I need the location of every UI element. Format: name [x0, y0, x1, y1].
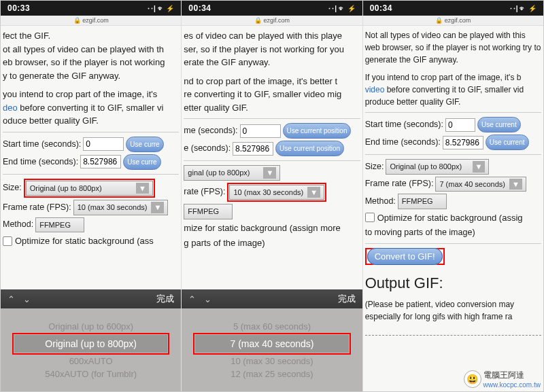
end-time-input[interactable] — [233, 142, 273, 156]
use-current-position-button[interactable]: Use current position — [275, 141, 344, 156]
picker-done-button[interactable]: 完成 — [338, 293, 356, 305]
fps-select[interactable]: 7 (max 40 seconds)▼ — [435, 177, 526, 192]
picker-down-icon[interactable]: ⌄ — [204, 294, 211, 304]
optimize-checkbox[interactable] — [365, 213, 375, 222]
body-text: es of video can be played with this play… — [184, 29, 360, 69]
video-link[interactable]: deo — [3, 103, 18, 113]
fps-label: Frame rate (FPS): — [3, 201, 71, 214]
end-time-input[interactable] — [80, 155, 121, 168]
optimize-label: Optimize for static background (assig — [377, 211, 523, 225]
use-current-position-button[interactable]: Use curre — [126, 137, 163, 152]
chevron-down-icon: ▼ — [263, 167, 276, 179]
watermark-icon: 😃 — [464, 370, 481, 388]
ios-picker: ⌃⌄ 完成 Original (up to 600px) Original (u… — [1, 289, 181, 391]
phone-panel-1: 00:33 ⋅⋅| ᯤ ⚡ 🔒 ezgif.com fect the GIF. … — [1, 1, 182, 391]
url-bar[interactable]: 🔒 ezgif.com — [1, 16, 181, 26]
picker-wheel[interactable]: Original (up to 600px) Original (up to 8… — [1, 308, 181, 391]
method-label: Method: — [365, 195, 396, 208]
picker-wheel[interactable]: 5 (max 60 seconds) 7 (max 40 seconds) 10… — [182, 308, 362, 391]
status-bar: 00:34 ⋅⋅| ᯤ ⚡ — [363, 1, 543, 16]
fps-select[interactable]: 10 (max 30 seconds)▼ — [73, 200, 169, 215]
end-time-label: e (seconds): — [184, 142, 231, 155]
status-time: 00:34 — [370, 3, 392, 13]
method-label: Method: — [3, 218, 33, 231]
body-text-2: you intend to crop part of the image, it… — [3, 88, 179, 128]
chevron-down-icon: ▼ — [151, 202, 164, 213]
url-bar[interactable]: 🔒 ezgif.com — [363, 16, 543, 26]
status-icons: ⋅⋅| ᯤ ⚡ — [509, 5, 537, 12]
body-text-2: If you intend to crop part of the image,… — [365, 71, 541, 108]
picker-up-icon[interactable]: ⌃ — [7, 294, 15, 304]
start-time-label: me (seconds): — [184, 124, 237, 137]
use-current-button[interactable]: Use current — [486, 135, 529, 150]
optimize-label-2: to moving parts of the image) — [365, 226, 541, 239]
phone-panel-2: 00:34 ⋅⋅| ᯤ ⚡ 🔒 ezgif.com es of video ca… — [182, 1, 362, 391]
use-current-button[interactable]: Use current — [477, 117, 521, 132]
end-time-label: End time (seconds): — [3, 156, 78, 168]
start-time-label: Start time (seconds): — [365, 118, 443, 131]
size-select[interactable]: Original (up to 800px)▼ — [26, 181, 153, 196]
body-text: Not all types of video can be played wit… — [365, 29, 541, 66]
ios-picker: ⌃⌄ 完成 5 (max 60 seconds) 7 (max 40 secon… — [182, 289, 362, 391]
optimize-checkbox[interactable] — [3, 236, 12, 246]
optimize-label-2: g parts of the image) — [184, 236, 360, 250]
optimize-label: mize for static background (assign more — [184, 221, 360, 235]
start-time-input[interactable] — [445, 118, 475, 132]
status-time: 00:33 — [7, 3, 30, 13]
status-bar: 00:34 ⋅⋅| ᯤ ⚡ — [182, 1, 362, 16]
body-text: fect the GIF. ot all types of video can … — [3, 29, 179, 82]
optimize-label: Optimize for static background (ass — [15, 234, 154, 248]
start-time-input[interactable] — [83, 137, 124, 151]
output-heading: Output GIF: — [365, 272, 541, 294]
status-icons: ⋅⋅| ᯤ ⚡ — [147, 5, 174, 12]
use-current-position-button[interactable]: Use current position — [283, 123, 352, 139]
chevron-down-icon: ▼ — [473, 161, 486, 173]
status-icons: ⋅⋅| ᯤ ⚡ — [328, 5, 355, 12]
chevron-down-icon: ▼ — [307, 187, 320, 198]
size-select[interactable]: ginal (up to 800px)▼ — [184, 165, 280, 181]
method-select[interactable]: FFMPEG — [398, 194, 447, 209]
use-current-position-button[interactable]: Use curre — [123, 154, 160, 170]
fps-label: rate (FPS): — [184, 185, 225, 198]
video-link[interactable]: video — [365, 85, 385, 94]
picker-up-icon[interactable]: ⌃ — [188, 294, 196, 304]
start-time-label: Start time (seconds): — [3, 138, 81, 151]
url-bar[interactable]: 🔒 ezgif.com — [182, 16, 362, 26]
size-label: Size: — [3, 181, 22, 194]
size-select[interactable]: Original (up to 800px)▼ — [386, 159, 489, 175]
watermark: 😃 電腦王阿達 www.kocpc.com.tw — [464, 370, 541, 389]
start-time-input[interactable] — [240, 124, 281, 138]
dotted-divider — [365, 335, 541, 336]
method-select[interactable]: FFMPEG — [184, 204, 233, 219]
status-bar: 00:33 ⋅⋅| ᯤ ⚡ — [1, 1, 181, 16]
end-time-input[interactable] — [443, 136, 483, 149]
fps-select[interactable]: 10 (max 30 seconds)▼ — [229, 185, 324, 200]
chevron-down-icon: ▼ — [509, 179, 522, 190]
fps-label: Frame rate (FPS): — [365, 177, 434, 190]
body-text-2: nd to crop part of the image, it's bette… — [184, 75, 360, 115]
convert-to-gif-button[interactable]: Convert to GIF! — [367, 248, 443, 265]
chevron-down-icon: ▼ — [136, 183, 149, 194]
picker-done-button[interactable]: 完成 — [156, 293, 174, 305]
status-time: 00:34 — [188, 3, 211, 13]
method-select[interactable]: FFMPEG — [35, 217, 84, 233]
phone-panel-3: 00:34 ⋅⋅| ᯤ ⚡ 🔒 ezgif.com Not all types … — [363, 1, 543, 391]
picker-down-icon[interactable]: ⌄ — [23, 294, 31, 304]
output-note: (Please be patient, video conversion may… — [365, 298, 541, 323]
size-label: Size: — [365, 160, 384, 173]
picker-selected: 7 (max 40 seconds) — [195, 335, 349, 353]
picker-selected: Original (up to 800px) — [14, 335, 168, 353]
end-time-label: End time (seconds): — [365, 136, 441, 149]
